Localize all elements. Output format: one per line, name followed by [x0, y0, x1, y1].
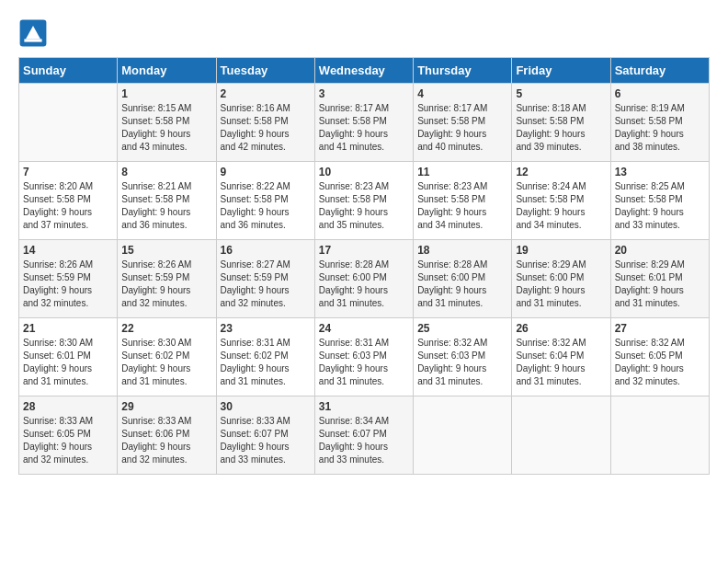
day-info: Sunrise: 8:33 AM Sunset: 6:06 PM Dayligh…: [121, 415, 211, 466]
day-number: 11: [417, 166, 507, 178]
day-number: 17: [319, 244, 409, 257]
calendar-cell: 30Sunrise: 8:33 AM Sunset: 6:07 PM Dayli…: [216, 396, 314, 475]
day-info: Sunrise: 8:27 AM Sunset: 5:59 PM Dayligh…: [221, 259, 311, 310]
day-info: Sunrise: 8:24 AM Sunset: 5:58 PM Dayligh…: [516, 180, 606, 232]
day-info: Sunrise: 8:26 AM Sunset: 5:59 PM Dayligh…: [121, 259, 211, 310]
day-number: 14: [23, 244, 113, 257]
day-info: Sunrise: 8:32 AM Sunset: 6:04 PM Dayligh…: [516, 337, 606, 388]
calendar-week-row: 14Sunrise: 8:26 AM Sunset: 5:59 PM Dayli…: [19, 240, 710, 318]
calendar-cell: 11Sunrise: 8:23 AM Sunset: 5:58 PM Dayli…: [414, 162, 512, 240]
calendar-cell: 4Sunrise: 8:17 AM Sunset: 5:58 PM Daylig…: [414, 84, 512, 162]
day-info: Sunrise: 8:23 AM Sunset: 5:58 PM Dayligh…: [417, 180, 507, 232]
day-info: Sunrise: 8:26 AM Sunset: 5:59 PM Dayligh…: [23, 259, 113, 310]
calendar-cell: 10Sunrise: 8:23 AM Sunset: 5:58 PM Dayli…: [314, 162, 413, 240]
calendar-cell: 31Sunrise: 8:34 AM Sunset: 6:07 PM Dayli…: [314, 396, 413, 475]
calendar-cell: 27Sunrise: 8:32 AM Sunset: 6:05 PM Dayli…: [610, 318, 709, 396]
day-number: 23: [221, 322, 311, 335]
day-info: Sunrise: 8:30 AM Sunset: 6:01 PM Dayligh…: [23, 337, 113, 388]
day-number: 16: [221, 244, 311, 257]
day-number: 4: [417, 87, 507, 100]
day-info: Sunrise: 8:15 AM Sunset: 5:58 PM Dayligh…: [121, 102, 211, 154]
day-info: Sunrise: 8:17 AM Sunset: 5:58 PM Dayligh…: [319, 102, 409, 154]
calendar-cell: 13Sunrise: 8:25 AM Sunset: 5:58 PM Dayli…: [610, 162, 709, 240]
calendar-cell: 26Sunrise: 8:32 AM Sunset: 6:04 PM Dayli…: [512, 318, 610, 396]
calendar-body: 1Sunrise: 8:15 AM Sunset: 5:58 PM Daylig…: [19, 84, 710, 475]
day-info: Sunrise: 8:23 AM Sunset: 5:58 PM Dayligh…: [319, 180, 409, 232]
calendar-cell: [19, 84, 118, 162]
weekday-header: Sunday: [19, 58, 118, 84]
day-number: 26: [516, 322, 606, 335]
weekday-header: Tuesday: [216, 58, 314, 84]
calendar-header: SundayMondayTuesdayWednesdayThursdayFrid…: [19, 58, 710, 84]
day-info: Sunrise: 8:32 AM Sunset: 6:03 PM Dayligh…: [417, 337, 507, 388]
day-number: 1: [121, 87, 211, 100]
calendar-cell: 20Sunrise: 8:29 AM Sunset: 6:01 PM Dayli…: [610, 240, 709, 318]
day-number: 15: [121, 244, 211, 257]
calendar-cell: 7Sunrise: 8:20 AM Sunset: 5:58 PM Daylig…: [19, 162, 118, 240]
day-number: 31: [319, 400, 409, 413]
day-number: 27: [615, 322, 705, 335]
day-number: 24: [319, 322, 409, 335]
day-info: Sunrise: 8:32 AM Sunset: 6:05 PM Dayligh…: [615, 337, 705, 388]
calendar-cell: 23Sunrise: 8:31 AM Sunset: 6:02 PM Dayli…: [216, 318, 314, 396]
day-number: 12: [516, 166, 606, 178]
day-info: Sunrise: 8:29 AM Sunset: 6:00 PM Dayligh…: [516, 259, 606, 310]
calendar-cell: 28Sunrise: 8:33 AM Sunset: 6:05 PM Dayli…: [19, 396, 118, 475]
calendar-cell: 24Sunrise: 8:31 AM Sunset: 6:03 PM Dayli…: [314, 318, 413, 396]
calendar-cell: 2Sunrise: 8:16 AM Sunset: 5:58 PM Daylig…: [216, 84, 314, 162]
day-number: 21: [23, 322, 113, 335]
day-info: Sunrise: 8:16 AM Sunset: 5:58 PM Dayligh…: [221, 102, 311, 154]
day-number: 5: [516, 87, 606, 100]
day-info: Sunrise: 8:20 AM Sunset: 5:58 PM Dayligh…: [23, 180, 113, 232]
weekday-header: Monday: [118, 58, 216, 84]
calendar-cell: 17Sunrise: 8:28 AM Sunset: 6:00 PM Dayli…: [314, 240, 413, 318]
day-number: 3: [319, 87, 409, 100]
day-info: Sunrise: 8:29 AM Sunset: 6:01 PM Dayligh…: [615, 259, 705, 310]
day-number: 18: [417, 244, 507, 257]
calendar-week-row: 7Sunrise: 8:20 AM Sunset: 5:58 PM Daylig…: [19, 162, 710, 240]
day-number: 9: [221, 166, 311, 178]
calendar-cell: 21Sunrise: 8:30 AM Sunset: 6:01 PM Dayli…: [19, 318, 118, 396]
calendar-cell: 6Sunrise: 8:19 AM Sunset: 5:58 PM Daylig…: [610, 84, 709, 162]
day-number: 29: [121, 400, 211, 413]
logo-icon: [18, 18, 48, 48]
day-info: Sunrise: 8:30 AM Sunset: 6:02 PM Dayligh…: [121, 337, 211, 388]
day-info: Sunrise: 8:18 AM Sunset: 5:58 PM Dayligh…: [516, 102, 606, 154]
weekday-header: Thursday: [414, 58, 512, 84]
calendar-cell: 29Sunrise: 8:33 AM Sunset: 6:06 PM Dayli…: [118, 396, 216, 475]
day-number: 30: [221, 400, 311, 413]
svg-rect-2: [24, 39, 41, 41]
weekday-header: Saturday: [610, 58, 709, 84]
calendar-cell: 19Sunrise: 8:29 AM Sunset: 6:00 PM Dayli…: [512, 240, 610, 318]
calendar-cell: 12Sunrise: 8:24 AM Sunset: 5:58 PM Dayli…: [512, 162, 610, 240]
calendar-cell: [610, 396, 709, 475]
day-info: Sunrise: 8:25 AM Sunset: 5:58 PM Dayligh…: [615, 180, 705, 232]
day-info: Sunrise: 8:22 AM Sunset: 5:58 PM Dayligh…: [221, 180, 311, 232]
day-info: Sunrise: 8:21 AM Sunset: 5:58 PM Dayligh…: [121, 180, 211, 232]
day-info: Sunrise: 8:34 AM Sunset: 6:07 PM Dayligh…: [319, 415, 409, 466]
day-number: 20: [615, 244, 705, 257]
calendar-week-row: 21Sunrise: 8:30 AM Sunset: 6:01 PM Dayli…: [19, 318, 710, 396]
calendar-cell: 8Sunrise: 8:21 AM Sunset: 5:58 PM Daylig…: [118, 162, 216, 240]
day-info: Sunrise: 8:17 AM Sunset: 5:58 PM Dayligh…: [417, 102, 507, 154]
page-header: [18, 18, 710, 48]
day-info: Sunrise: 8:31 AM Sunset: 6:02 PM Dayligh…: [221, 337, 311, 388]
calendar-cell: 14Sunrise: 8:26 AM Sunset: 5:59 PM Dayli…: [19, 240, 118, 318]
day-number: 28: [23, 400, 113, 413]
calendar-cell: 15Sunrise: 8:26 AM Sunset: 5:59 PM Dayli…: [118, 240, 216, 318]
logo: [18, 18, 51, 48]
calendar-week-row: 1Sunrise: 8:15 AM Sunset: 5:58 PM Daylig…: [19, 84, 710, 162]
day-number: 25: [417, 322, 507, 335]
calendar-cell: 3Sunrise: 8:17 AM Sunset: 5:58 PM Daylig…: [314, 84, 413, 162]
calendar-cell: 5Sunrise: 8:18 AM Sunset: 5:58 PM Daylig…: [512, 84, 610, 162]
day-number: 10: [319, 166, 409, 178]
day-number: 19: [516, 244, 606, 257]
day-number: 8: [121, 166, 211, 178]
weekday-header: Friday: [512, 58, 610, 84]
day-number: 2: [221, 87, 311, 100]
day-number: 13: [615, 166, 705, 178]
calendar-cell: 1Sunrise: 8:15 AM Sunset: 5:58 PM Daylig…: [118, 84, 216, 162]
day-info: Sunrise: 8:28 AM Sunset: 6:00 PM Dayligh…: [417, 259, 507, 310]
calendar-cell: [512, 396, 610, 475]
calendar-table: SundayMondayTuesdayWednesdayThursdayFrid…: [18, 57, 710, 475]
